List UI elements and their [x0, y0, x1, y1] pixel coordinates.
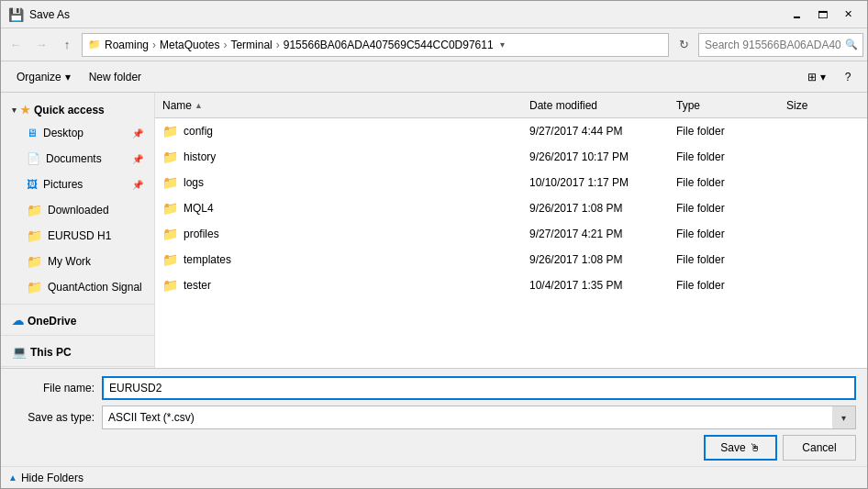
folder-icon: 📁	[162, 124, 178, 139]
window-title: Save As	[29, 8, 785, 21]
file-name: 📁 templates	[162, 252, 529, 267]
sidebar-item-downloaded[interactable]: 📁 Downloaded	[1, 197, 154, 223]
table-row[interactable]: 📁 tester 10/4/2017 1:35 PM File folder	[155, 272, 867, 298]
hide-folders-arrow: ▲	[8, 472, 17, 483]
table-row[interactable]: 📁 logs 10/10/2017 1:17 PM File folder	[155, 170, 867, 195]
sidebar-section-thispc[interactable]: 💻 This PC	[1, 339, 154, 362]
column-headers: Name ▲ Date modified Type Size	[155, 93, 867, 118]
cursor-indicator: 🖱	[750, 441, 761, 454]
folder-icon: 📁	[162, 227, 178, 241]
action-buttons: Save 🖱 Cancel	[12, 435, 856, 461]
file-date: 10/4/2017 1:35 PM	[529, 279, 676, 292]
search-icon: 🔍	[845, 39, 858, 50]
close-button[interactable]: ✕	[836, 5, 860, 25]
breadcrumb-dropdown[interactable]: ▾	[494, 33, 512, 57]
folder-icon: 📁	[162, 175, 178, 190]
thispc-icon: 💻	[12, 345, 27, 359]
sidebar-section-onedrive[interactable]: ☁ OneDrive	[1, 308, 154, 331]
folder-icon: 📁	[27, 228, 42, 243]
table-row[interactable]: 📁 history 9/26/2017 10:17 PM File folder	[155, 144, 867, 170]
sidebar-item-desktop[interactable]: 🖥 Desktop 📌	[1, 120, 154, 146]
pictures-icon: 🖼	[27, 178, 38, 191]
file-date: 9/26/2017 10:17 PM	[529, 150, 676, 163]
file-name: 📁 MQL4	[162, 201, 529, 216]
table-row[interactable]: 📁 profiles 9/27/2017 4:21 PM File folder	[155, 221, 867, 247]
cancel-button[interactable]: Cancel	[783, 435, 856, 461]
folder-icon: 📁	[162, 278, 178, 293]
maximize-button[interactable]: 🗖	[810, 5, 834, 25]
file-name: 📁 profiles	[162, 227, 529, 241]
pin-icon: 📌	[132, 128, 143, 139]
sidebar-item-eurusd[interactable]: 📁 EURUSD H1	[1, 223, 154, 249]
new-folder-button[interactable]: New folder	[81, 65, 150, 89]
hide-folders-bar[interactable]: ▲ Hide Folders	[1, 466, 867, 488]
pin-icon: 📌	[132, 180, 143, 190]
save-button[interactable]: Save 🖱	[704, 435, 777, 461]
up-button[interactable]: ↑	[56, 34, 78, 56]
savetype-label: Save as type:	[12, 411, 95, 424]
sidebar-item-pictures[interactable]: 🖼 Pictures 📌	[1, 172, 154, 197]
table-row[interactable]: 📁 templates 9/26/2017 1:08 PM File folde…	[155, 247, 867, 272]
folder-icon: 📁	[27, 280, 42, 295]
sidebar-item-mywork[interactable]: 📁 My Work	[1, 249, 154, 274]
breadcrumb-sep: ›	[276, 39, 280, 51]
folder-icon: 📁	[162, 201, 178, 216]
search-input[interactable]	[698, 33, 863, 57]
sidebar-divider	[1, 304, 154, 305]
refresh-button[interactable]: ↻	[673, 34, 695, 56]
breadcrumb[interactable]: 📁 Roaming › MetaQuotes › Terminal › 9155…	[82, 33, 669, 57]
filename-label: File name:	[12, 382, 95, 395]
window-icon: 💾	[8, 7, 24, 22]
column-size-header[interactable]: Size	[786, 99, 860, 112]
documents-icon: 📄	[27, 152, 40, 165]
file-type: File folder	[676, 202, 786, 215]
breadcrumb-item: 915566BA06ADA407569C544CC0D97611	[284, 39, 494, 51]
main-area: ▾ ★ Quick access 🖥 Desktop 📌 📄 Documents…	[1, 93, 867, 368]
table-row[interactable]: 📁 config 9/27/2017 4:44 PM File folder	[155, 118, 867, 144]
toolbar: Organize ▾ New folder ⊞ ▾ ?	[1, 61, 867, 93]
sidebar-divider	[1, 335, 154, 336]
back-button: ←	[5, 34, 27, 56]
sidebar-item-quantaction[interactable]: 📁 QuantAction Signal	[1, 274, 154, 300]
file-name: 📁 logs	[162, 175, 529, 190]
column-date-header[interactable]: Date modified	[529, 99, 676, 112]
file-name: 📁 tester	[162, 278, 529, 293]
file-list: 📁 config 9/27/2017 4:44 PM File folder 📁…	[155, 118, 867, 368]
pin-icon: 📌	[132, 154, 143, 164]
file-date: 9/27/2017 4:44 PM	[529, 125, 676, 138]
folder-icon: 📁	[27, 254, 42, 269]
file-type: File folder	[676, 125, 786, 138]
breadcrumb-sep: ›	[223, 39, 227, 51]
sidebar-item-documents[interactable]: 📄 Documents 📌	[1, 146, 154, 172]
onedrive-icon: ☁	[12, 314, 24, 328]
file-name: 📁 history	[162, 150, 529, 164]
file-type: File folder	[676, 150, 786, 163]
sidebar-divider	[1, 366, 154, 367]
breadcrumb-item: 📁 Roaming	[88, 39, 149, 51]
file-name: 📁 config	[162, 124, 529, 139]
help-button[interactable]: ?	[836, 65, 860, 89]
forward-button: →	[30, 34, 52, 56]
bottom-area: File name: Save as type: ASCII Text (*.c…	[1, 368, 867, 466]
content-area: Name ▲ Date modified Type Size 📁 config …	[155, 93, 867, 368]
minimize-button[interactable]: 🗕	[785, 5, 808, 25]
breadcrumb-item: MetaQuotes	[160, 39, 219, 51]
collapse-icon: ▾	[12, 106, 17, 115]
column-name-header[interactable]: Name ▲	[162, 99, 529, 112]
sort-arrow: ▲	[195, 101, 203, 110]
view-button[interactable]: ⊞ ▾	[799, 65, 834, 89]
savetype-select[interactable]: ASCII Text (*.csv)CSV (Comma delimited) …	[102, 406, 856, 429]
address-bar: ← → ↑ 📁 Roaming › MetaQuotes › Terminal …	[1, 28, 867, 61]
file-type: File folder	[676, 228, 786, 240]
save-btn-wrapper: Save 🖱	[704, 435, 777, 461]
column-type-header[interactable]: Type	[676, 99, 786, 112]
savetype-select-wrapper: ASCII Text (*.csv)CSV (Comma delimited) …	[102, 406, 856, 429]
sidebar-section-quick-access[interactable]: ▾ ★ Quick access	[1, 98, 154, 120]
title-bar: 💾 Save As 🗕 🗖 ✕	[1, 1, 867, 28]
table-row[interactable]: 📁 MQL4 9/26/2017 1:08 PM File folder	[155, 195, 867, 221]
filename-row: File name:	[12, 376, 856, 400]
desktop-icon: 🖥	[27, 127, 38, 139]
filename-input[interactable]	[102, 376, 856, 400]
organize-button[interactable]: Organize ▾	[8, 65, 79, 89]
breadcrumb-item: Terminal	[230, 39, 272, 51]
